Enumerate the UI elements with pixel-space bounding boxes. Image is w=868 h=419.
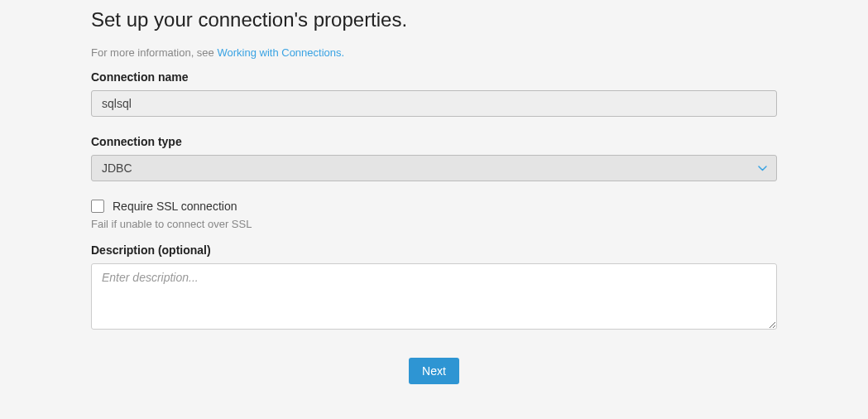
description-label: Description (optional) [91,243,777,257]
require-ssl-checkbox[interactable] [91,200,104,213]
info-link[interactable]: Working with Connections. [217,46,344,59]
description-group: Description (optional) [91,243,777,333]
connection-name-group: Connection name [91,70,777,117]
next-button[interactable]: Next [409,358,459,384]
page-title: Set up your connection's properties. [91,8,777,31]
form-container: Set up your connection's properties. For… [0,0,868,401]
connection-type-group: Connection type JDBC [91,135,777,181]
info-text: For more information, see Working with C… [91,46,777,59]
ssl-group: Require SSL connection Fail if unable to… [91,200,777,230]
info-prefix: For more information, see [91,46,217,59]
require-ssl-label[interactable]: Require SSL connection [113,200,237,213]
connection-type-select-wrapper: JDBC [91,155,777,181]
ssl-checkbox-row: Require SSL connection [91,200,777,213]
ssl-helper-text: Fail if unable to connect over SSL [91,218,777,230]
button-row: Next [91,358,777,384]
connection-type-select[interactable]: JDBC [91,155,777,181]
connection-name-input[interactable] [91,90,777,117]
connection-name-label: Connection name [91,70,777,84]
description-textarea[interactable] [91,263,777,330]
connection-type-label: Connection type [91,135,777,148]
